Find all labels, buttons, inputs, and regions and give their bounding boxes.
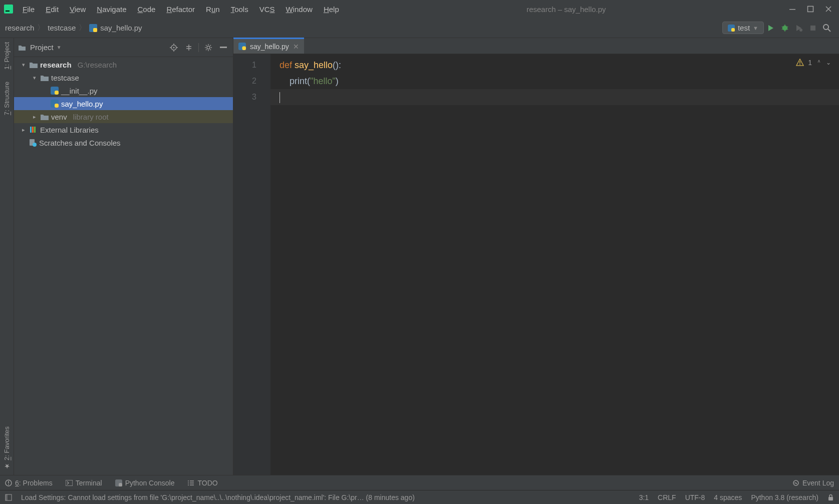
breadcrumb-item[interactable]: testcase — [48, 24, 76, 32]
toolwindow-todo[interactable]: TODO — [187, 479, 217, 487]
toolwindow-terminal[interactable]: Terminal — [66, 479, 102, 487]
line-number[interactable]: 3 — [233, 89, 256, 105]
python-icon — [728, 25, 735, 32]
svg-rect-37 — [6, 494, 8, 500]
close-icon[interactable] — [825, 6, 832, 13]
tree-scratches[interactable]: Scratches and Consoles — [14, 136, 233, 149]
prev-highlight-icon[interactable]: ＾ — [816, 58, 822, 67]
svg-rect-26 — [242, 47, 246, 51]
status-caret[interactable]: 3:1 — [639, 493, 649, 501]
chevron-down-icon[interactable]: ▾ — [31, 75, 38, 81]
fold-column[interactable] — [261, 54, 270, 475]
menu-navigate[interactable]: Navigate — [92, 4, 131, 15]
tree-folder-label: testcase — [51, 74, 79, 82]
run-config-selector[interactable]: test ▼ — [722, 22, 764, 34]
tree-venv-tag: library root — [73, 113, 109, 121]
menu-file[interactable]: File — [18, 4, 39, 15]
expand-all-icon[interactable] — [183, 42, 194, 53]
svg-rect-2 — [789, 9, 795, 10]
status-encoding[interactable]: UTF-8 — [685, 493, 705, 501]
menubar: File Edit View Navigate Code Refactor Ru… — [18, 4, 344, 15]
chevron-right-icon[interactable]: ▸ — [31, 114, 38, 120]
tree-external-libraries[interactable]: ▸ External Libraries — [14, 123, 233, 136]
line-number[interactable]: 1 — [233, 57, 256, 73]
caret — [279, 92, 280, 103]
close-tab-icon[interactable]: ✕ — [293, 43, 299, 51]
main-area: 1: Project 7: Structure ★ 2: Favorites P… — [0, 38, 839, 475]
svg-point-14 — [207, 46, 210, 49]
menu-tools[interactable]: Tools — [226, 4, 253, 15]
editor: say_hello.py ✕ 1 2 3 def say_hello(): pr… — [233, 38, 839, 475]
chevron-right-icon[interactable]: ▸ — [20, 127, 27, 133]
status-indent[interactable]: 4 spaces — [714, 493, 742, 501]
folder-icon — [40, 74, 49, 82]
line-gutter[interactable]: 1 2 3 — [233, 54, 261, 475]
breadcrumb-item[interactable]: research — [5, 24, 34, 32]
statusbar-icon[interactable] — [5, 494, 12, 501]
svg-rect-1 — [6, 11, 10, 12]
chevron-down-icon[interactable]: ▾ — [20, 62, 27, 68]
code-text: print( — [279, 76, 310, 86]
menu-code[interactable]: Code — [133, 4, 160, 15]
stop-button[interactable] — [806, 21, 820, 35]
svg-rect-0 — [4, 5, 13, 14]
navbar: research 〉 testcase 〉 say_hello.py test … — [0, 18, 839, 38]
hide-icon[interactable] — [218, 42, 229, 53]
terminal-icon — [66, 480, 73, 486]
lock-icon[interactable] — [827, 494, 834, 501]
minimize-icon[interactable] — [789, 6, 796, 13]
toolwindow-python-console[interactable]: Python Console — [115, 479, 175, 487]
titlebar: File Edit View Navigate Code Refactor Ru… — [0, 0, 839, 18]
toolwindow-project[interactable]: 1: Project — [3, 42, 11, 70]
tree-folder-venv[interactable]: ▸ venv library root — [14, 110, 233, 123]
menu-edit[interactable]: Edit — [41, 4, 63, 15]
project-tree[interactable]: ▾ research G:\research ▾ testcase __init… — [14, 57, 233, 475]
tree-extlib-label: External Libraries — [40, 126, 99, 134]
maximize-icon[interactable] — [807, 6, 814, 13]
next-highlight-icon[interactable]: ⌄ — [826, 59, 831, 66]
menu-view[interactable]: View — [65, 4, 90, 15]
menu-run[interactable]: Run — [201, 4, 224, 15]
svg-rect-5 — [93, 28, 97, 32]
status-message[interactable]: Load Settings: Cannot load settings from… — [21, 493, 630, 501]
code-keyword: def — [279, 60, 295, 70]
menu-vcs[interactable]: VCS — [255, 4, 279, 15]
locate-icon[interactable] — [168, 42, 179, 53]
editor-tab[interactable]: say_hello.py ✕ — [233, 38, 304, 54]
toolwindow-structure[interactable]: 7: Structure — [3, 82, 11, 115]
status-linesep[interactable]: CRLF — [658, 493, 676, 501]
breadcrumb-item[interactable]: say_hello.py — [100, 24, 142, 32]
tree-file-selected[interactable]: say_hello.py — [14, 97, 233, 110]
statusbar: Load Settings: Cannot load settings from… — [0, 490, 839, 504]
breadcrumb-separator: 〉 — [79, 23, 86, 33]
debug-button[interactable] — [778, 21, 792, 35]
toolwindow-favorites[interactable]: ★ 2: Favorites — [3, 426, 11, 470]
toolwindow-eventlog[interactable]: Event Log — [792, 479, 834, 487]
svg-rect-32 — [66, 480, 73, 486]
tree-file[interactable]: __init__.py — [14, 84, 233, 97]
code-string: "hello" — [310, 76, 336, 86]
menu-help[interactable]: Help — [319, 4, 344, 15]
menu-refactor[interactable]: Refactor — [162, 4, 199, 15]
project-panel-title[interactable]: Project ▼ — [30, 43, 164, 52]
tree-folder[interactable]: ▾ testcase — [14, 71, 233, 84]
run-button[interactable] — [764, 21, 778, 35]
svg-rect-27 — [799, 61, 800, 64]
gear-icon[interactable] — [203, 42, 214, 53]
line-number[interactable]: 2 — [233, 73, 256, 89]
run-coverage-button[interactable] — [792, 21, 806, 35]
tree-file-label: __init__.py — [61, 87, 98, 95]
status-interpreter[interactable]: Python 3.8 (research) — [751, 493, 818, 501]
chevron-down-icon: ▼ — [753, 25, 758, 31]
menu-window[interactable]: Window — [282, 4, 317, 15]
svg-rect-31 — [8, 484, 9, 485]
toolwindow-problems[interactable]: 6: Problems — [5, 479, 53, 487]
search-everywhere-button[interactable] — [820, 21, 834, 35]
inspection-widget[interactable]: 1 ＾ ⌄ — [796, 58, 831, 67]
window-title: research – say_hello.py — [344, 5, 789, 14]
tree-root[interactable]: ▾ research G:\research — [14, 58, 233, 71]
breadcrumb-separator: 〉 — [37, 23, 45, 33]
code-text[interactable]: def say_hello(): print("hello") — [270, 54, 839, 475]
svg-rect-3 — [808, 7, 813, 12]
code-area[interactable]: 1 2 3 def say_hello(): print("hello") 1 … — [233, 54, 839, 475]
